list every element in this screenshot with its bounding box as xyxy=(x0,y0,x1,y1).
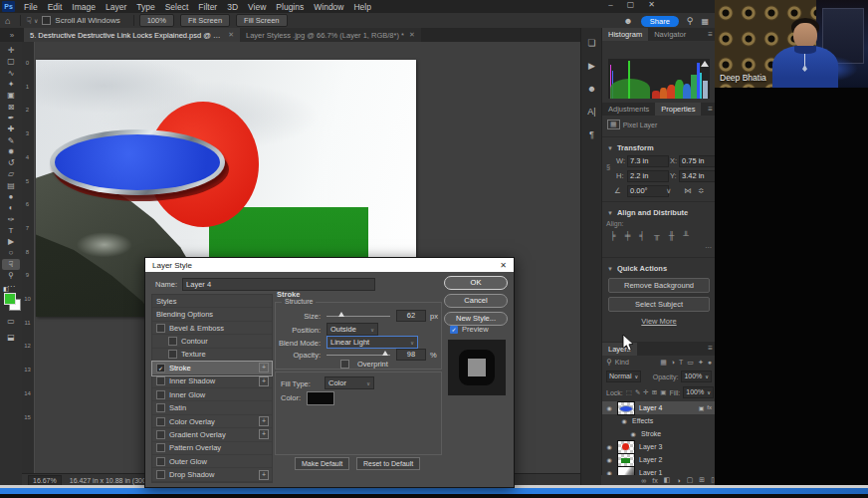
y-field[interactable]: 3.42 in xyxy=(679,170,717,182)
type-tool[interactable]: T xyxy=(2,225,20,236)
object-selection-tool[interactable]: ✦ xyxy=(2,79,20,90)
tab-properties[interactable]: Properties xyxy=(655,103,701,116)
foreground-color-swatch[interactable] xyxy=(4,293,16,305)
style-checkbox[interactable]: ✓ xyxy=(156,364,165,373)
fill-select[interactable]: 100%∨ xyxy=(683,386,714,398)
style-item-contour[interactable]: Contour xyxy=(152,335,272,348)
scroll-all-windows-checkbox[interactable] xyxy=(42,16,51,25)
opacity-value[interactable]: 98 xyxy=(396,349,426,361)
lasso-tool[interactable]: ∿ xyxy=(2,68,20,79)
flip-horizontal-icon[interactable]: ⋈ xyxy=(684,186,692,195)
history-brush-tool[interactable]: ↺ xyxy=(2,157,20,168)
view-more-link[interactable]: View More xyxy=(602,317,716,326)
clone-stamp-tool[interactable]: ✹ xyxy=(2,146,20,157)
menu-item-help[interactable]: Help xyxy=(348,2,375,12)
lock-artboard-icon[interactable]: ⊞ xyxy=(652,388,657,396)
menu-item-file[interactable]: File xyxy=(19,2,43,12)
add-instance-icon[interactable]: + xyxy=(259,470,269,480)
lock-paint-icon[interactable]: ✎ xyxy=(635,388,640,396)
add-instance-icon[interactable]: + xyxy=(259,429,269,439)
filter-shape-icon[interactable]: ▭ xyxy=(687,359,694,367)
chevron-down-icon[interactable]: ∨ xyxy=(666,186,672,195)
filter-toggle-icon[interactable]: ● xyxy=(708,359,712,367)
collapse-panels-icon[interactable]: » xyxy=(0,31,24,42)
menu-item-plugins[interactable]: Plugins xyxy=(271,2,309,12)
close-button[interactable]: ✕ xyxy=(648,0,655,9)
default-colors-icon[interactable]: ◧ xyxy=(3,285,9,292)
adjustment-layer-icon[interactable]: ◑ xyxy=(676,477,680,484)
flip-vertical-icon[interactable]: ≎ xyxy=(698,186,704,195)
document-tab-1[interactable]: 5. Destructive Destructive Link Locks Ex… xyxy=(24,28,240,42)
zoom-100-button[interactable]: 100% xyxy=(139,14,174,27)
fill-type-select[interactable]: Color∨ xyxy=(325,376,374,389)
style-checkbox[interactable] xyxy=(156,430,165,439)
filter-adjustment-icon[interactable]: ◑ xyxy=(671,359,675,367)
workspace-icon[interactable]: ▦ xyxy=(701,17,709,26)
style-item-drop-shadow[interactable]: Drop Shadow+ xyxy=(152,468,272,481)
add-instance-icon[interactable]: + xyxy=(259,416,269,426)
size-slider[interactable] xyxy=(326,316,390,317)
screen-mode-icon[interactable]: ⬓ xyxy=(0,333,22,342)
layer-row-effects[interactable]: ◉Effects xyxy=(602,414,716,427)
style-item-bevel-emboss[interactable]: Bevel & Emboss xyxy=(152,322,272,335)
close-tab-icon[interactable]: ✕ xyxy=(228,31,234,39)
cancel-button[interactable]: Cancel xyxy=(444,294,508,308)
tab-adjustments[interactable]: Adjustments xyxy=(602,103,655,116)
reset-default-button[interactable]: Reset to Default xyxy=(356,457,420,470)
lock-transparent-icon[interactable]: ⬚ xyxy=(626,388,632,396)
shape-tool[interactable]: ○ xyxy=(2,247,20,258)
align-more[interactable]: ⋯ xyxy=(602,242,716,254)
new-layer-icon[interactable]: ⊞ xyxy=(699,476,705,484)
menu-item-select[interactable]: Select xyxy=(160,2,194,12)
fit-screen-button[interactable]: Fit Screen xyxy=(180,14,230,27)
visibility-eye-icon[interactable]: ◉ xyxy=(620,417,628,424)
style-item-gradient-overlay[interactable]: Gradient Overlay+ xyxy=(152,428,272,441)
close-tab-icon[interactable]: ✕ xyxy=(409,31,415,39)
panel-menu-icon[interactable]: ≡ xyxy=(708,344,713,353)
overprint-checkbox[interactable] xyxy=(340,360,349,369)
dodge-tool[interactable]: ◐ xyxy=(2,202,20,213)
gradient-tool[interactable]: ▤ xyxy=(2,180,20,191)
select-subject-button[interactable]: Select Subject xyxy=(608,297,710,312)
style-checkbox[interactable] xyxy=(168,350,177,359)
blend-mode-select[interactable]: Normal∨ xyxy=(606,371,641,382)
menu-item-window[interactable]: Window xyxy=(309,2,348,12)
hand-tool[interactable]: ☟ xyxy=(2,259,20,270)
quick-mask-icon[interactable]: ▭ xyxy=(0,317,22,326)
align-right-icon[interactable]: ╡ xyxy=(639,231,645,240)
style-checkbox[interactable] xyxy=(156,376,165,385)
visibility-eye-icon[interactable]: ◉ xyxy=(605,443,613,450)
height-field[interactable]: 2.2 in xyxy=(627,170,669,182)
new-group-icon[interactable]: ▢ xyxy=(687,476,694,484)
export-icon[interactable]: ☻ xyxy=(587,84,596,94)
width-field[interactable]: 7.3 in xyxy=(627,155,669,167)
move-tool[interactable]: ✛ xyxy=(2,45,20,56)
style-item-outer-glow[interactable]: Outer Glow xyxy=(152,455,272,468)
visibility-eye-icon[interactable]: ◉ xyxy=(629,430,637,437)
dialog-title-bar[interactable]: Layer Style ✕ xyxy=(145,258,514,272)
dialog-close-icon[interactable]: ✕ xyxy=(500,261,514,270)
angle-field[interactable]: 0.00° xyxy=(627,185,669,197)
style-item-inner-glow[interactable]: Inner Glow xyxy=(152,388,272,401)
align-left-icon[interactable]: ╞ xyxy=(610,231,616,240)
layer-row-layer-4[interactable]: ◉Layer 4▣fx xyxy=(602,401,716,414)
add-instance-icon[interactable]: + xyxy=(259,363,269,373)
chevron-down-icon[interactable]: ∨ xyxy=(34,17,38,24)
position-select[interactable]: Outside∨ xyxy=(326,323,378,336)
style-checkbox[interactable] xyxy=(156,390,165,399)
document-tab-2[interactable]: Layer Styless .jpg @ 66.7% (Layer 1, RGB… xyxy=(240,28,421,42)
add-instance-icon[interactable]: + xyxy=(259,376,269,386)
remove-background-button[interactable]: Remove Background xyxy=(608,278,710,293)
align-center-icon[interactable]: ╪ xyxy=(625,231,631,240)
opacity-select[interactable]: 100%∨ xyxy=(681,371,712,382)
eyedropper-tool[interactable]: ✒ xyxy=(2,113,20,124)
align-middle-icon[interactable]: ╫ xyxy=(669,231,675,240)
menu-item-image[interactable]: Image xyxy=(67,2,101,12)
link-layers-icon[interactable]: ∞ xyxy=(641,477,646,484)
minimize-button[interactable]: – xyxy=(608,0,612,9)
character-panel-icon[interactable]: A| xyxy=(587,107,595,117)
layer-fx-icon[interactable]: fx xyxy=(652,477,657,484)
style-checkbox[interactable] xyxy=(156,443,165,452)
menu-item-filter[interactable]: Filter xyxy=(193,2,222,12)
style-checkbox[interactable] xyxy=(168,337,177,346)
